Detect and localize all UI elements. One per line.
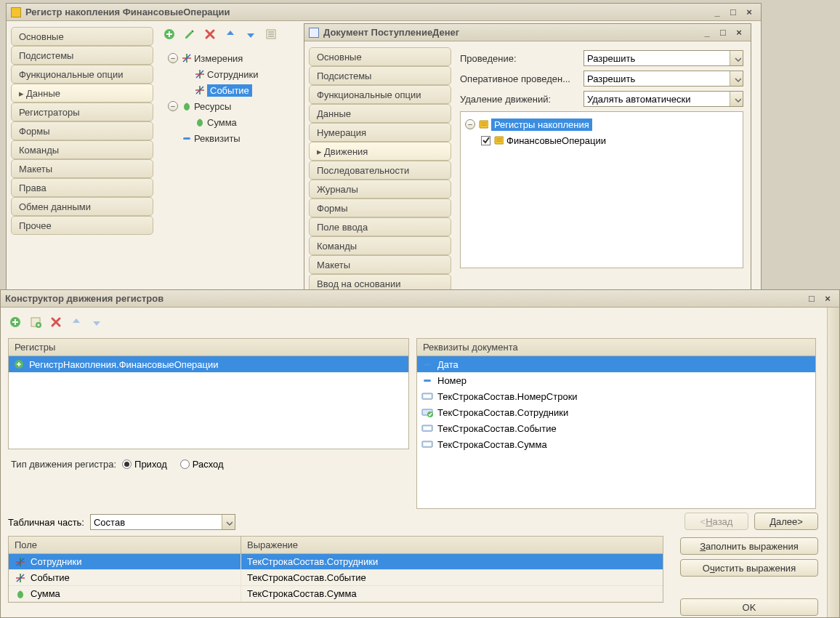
dropdown-provedenie[interactable]: Разрешить xyxy=(583,50,743,66)
dropdown-oper-provedenie[interactable]: Разрешить xyxy=(583,71,743,87)
move-down-button[interactable] xyxy=(89,315,104,329)
tab-Функциональные опции[interactable]: Функциональные опции xyxy=(11,65,153,84)
list-item[interactable]: ТекСтрокаСостав.Событие xyxy=(417,420,815,436)
label-oper-provedenie: Оперативное проведен... xyxy=(460,73,583,84)
clear-expressions-button[interactable]: Очистить выражения xyxy=(680,559,818,577)
tree-node-attributes[interactable]: Реквизиты xyxy=(168,130,258,146)
minimize-button[interactable]: _ xyxy=(710,7,724,18)
minus-icon xyxy=(181,133,191,143)
tree-node-dim-item[interactable]: Событие xyxy=(168,82,258,98)
list-item[interactable]: РегистрНакопления.ФинансовыеОперации xyxy=(9,356,408,372)
cell-expr: ТекСтрокаСостав.Сумма xyxy=(241,586,663,601)
delete-button[interactable] xyxy=(49,315,63,329)
table-row[interactable]: СуммаТекСтрокаСостав.Сумма xyxy=(9,586,663,602)
resource-icon xyxy=(181,101,191,111)
list-item[interactable]: ТекСтрокаСостав.Сумма xyxy=(417,436,815,452)
tab-label: Регистраторы xyxy=(19,107,80,118)
collapse-icon[interactable]: − xyxy=(465,119,475,129)
tab-Регистраторы[interactable]: Регистраторы xyxy=(11,103,153,121)
dropdown-delete-movements[interactable]: Удалять автоматически xyxy=(583,91,743,107)
tab-Основные[interactable]: Основные xyxy=(11,27,153,46)
checkbox-register[interactable] xyxy=(481,136,490,145)
close-button[interactable]: × xyxy=(742,7,756,18)
add-button[interactable] xyxy=(162,27,177,41)
tab-Прочее[interactable]: Прочее xyxy=(11,216,153,235)
tree-node-register-child[interactable]: ФинансовыеОперации xyxy=(465,132,738,148)
chevron-down-icon[interactable] xyxy=(730,51,743,65)
tab-label: Формы xyxy=(317,203,348,214)
move-up-button[interactable] xyxy=(69,315,84,329)
tab-Основные[interactable]: Основные xyxy=(309,47,451,66)
tab-Подсистемы[interactable]: Подсистемы xyxy=(11,46,153,65)
add-copy-button[interactable] xyxy=(28,315,43,329)
close-button[interactable]: × xyxy=(820,293,835,305)
tree-node-resources[interactable]: − Ресурсы xyxy=(168,98,258,114)
tab-Команды[interactable]: Команды xyxy=(11,140,153,159)
add-button[interactable] xyxy=(8,315,23,329)
back-button[interactable]: <Назад xyxy=(684,513,748,530)
tab-Поле ввода[interactable]: Поле ввода xyxy=(309,217,451,236)
tab-Макеты[interactable]: Макеты xyxy=(11,159,153,178)
radio-income[interactable] xyxy=(122,460,132,469)
table-row[interactable]: СобытиеТекСтрокаСостав.Событие xyxy=(9,570,663,586)
close-button[interactable]: × xyxy=(732,27,746,39)
list-item[interactable]: ТекСтрокаСостав.Сотрудники xyxy=(417,404,815,420)
table-row[interactable]: СотрудникиТекСтрокаСостав.Сотрудники xyxy=(9,554,663,570)
tab-Последовательности[interactable]: Последовательности xyxy=(309,161,451,180)
vertical-scrollbar[interactable] xyxy=(827,308,839,617)
list-item[interactable]: Дата xyxy=(417,356,815,372)
tree-node-registers-root[interactable]: − Регистры накопления xyxy=(465,116,738,132)
tab-Макеты[interactable]: Макеты xyxy=(309,255,451,274)
maximize-button[interactable]: □ xyxy=(726,7,740,18)
collapse-icon[interactable]: − xyxy=(168,101,178,111)
tab-label: Команды xyxy=(317,241,357,252)
tab-Права[interactable]: Права xyxy=(11,178,153,197)
tab-Журналы[interactable]: Журналы xyxy=(309,180,451,198)
move-up-button[interactable] xyxy=(223,27,238,41)
tab-Нумерация[interactable]: Нумерация xyxy=(309,123,451,142)
register-plus-icon xyxy=(13,358,25,370)
move-down-button[interactable] xyxy=(243,27,258,41)
radio-expense[interactable] xyxy=(180,460,190,469)
tab-Данные[interactable]: Данные xyxy=(309,104,451,123)
titlebar-register[interactable]: Регистр накопления ФинансовыеОперации _ … xyxy=(7,4,761,21)
tab-label: Журналы xyxy=(317,184,358,195)
grid-col-field[interactable]: Поле xyxy=(9,537,241,553)
chevron-down-icon[interactable] xyxy=(222,515,235,529)
tab-label: Ввод на основании xyxy=(317,278,400,289)
tab-Формы[interactable]: Формы xyxy=(11,121,153,140)
tab-Обмен данными[interactable]: Обмен данными xyxy=(11,197,153,216)
maximize-button[interactable]: □ xyxy=(716,27,730,39)
minimize-button[interactable]: _ xyxy=(700,27,714,39)
tree-node-res-item[interactable]: Сумма xyxy=(168,114,258,130)
tree-selected-label: Событие xyxy=(207,84,252,97)
list-item[interactable]: Номер xyxy=(417,372,815,388)
tabular-part-dropdown[interactable]: Состав xyxy=(90,514,235,530)
axes-icon xyxy=(194,85,204,95)
tab-label: Основные xyxy=(317,52,362,63)
list-button[interactable] xyxy=(264,27,278,41)
tab-Ввод на основании[interactable]: Ввод на основании xyxy=(309,274,451,290)
tree-node-dim-item[interactable]: Сотрудники xyxy=(168,66,258,82)
tree-node-dimensions[interactable]: − Измерения xyxy=(168,50,258,66)
edit-button[interactable] xyxy=(182,27,197,41)
maximize-button[interactable]: □ xyxy=(804,293,819,305)
chevron-down-icon[interactable] xyxy=(730,71,743,86)
tab-Движения[interactable]: ▸Движения xyxy=(309,142,451,161)
ok-button[interactable]: OK xyxy=(680,598,818,616)
titlebar-builder[interactable]: Конструктор движения регистров □ × xyxy=(1,290,839,308)
chevron-down-icon[interactable] xyxy=(730,92,743,106)
titlebar-document[interactable]: Документ ПоступлениеДенег _ □ × xyxy=(304,24,751,41)
tab-Команды[interactable]: Команды xyxy=(309,236,451,255)
fill-expressions-button[interactable]: Заполнить выражения xyxy=(680,537,818,555)
tab-Данные[interactable]: ▸Данные xyxy=(11,84,153,103)
collapse-icon[interactable]: − xyxy=(168,53,178,63)
delete-button[interactable] xyxy=(203,27,217,41)
tab-Формы[interactable]: Формы xyxy=(309,198,451,217)
next-button[interactable]: Далее> xyxy=(754,513,818,530)
list-item[interactable]: ТекСтрокаСостав.НомерСтроки xyxy=(417,388,815,404)
tab-Функциональные опции[interactable]: Функциональные опции xyxy=(309,85,451,104)
grid-col-expr[interactable]: Выражение xyxy=(241,537,663,553)
tab-label: Макеты xyxy=(19,164,52,174)
tab-Подсистемы[interactable]: Подсистемы xyxy=(309,66,451,85)
